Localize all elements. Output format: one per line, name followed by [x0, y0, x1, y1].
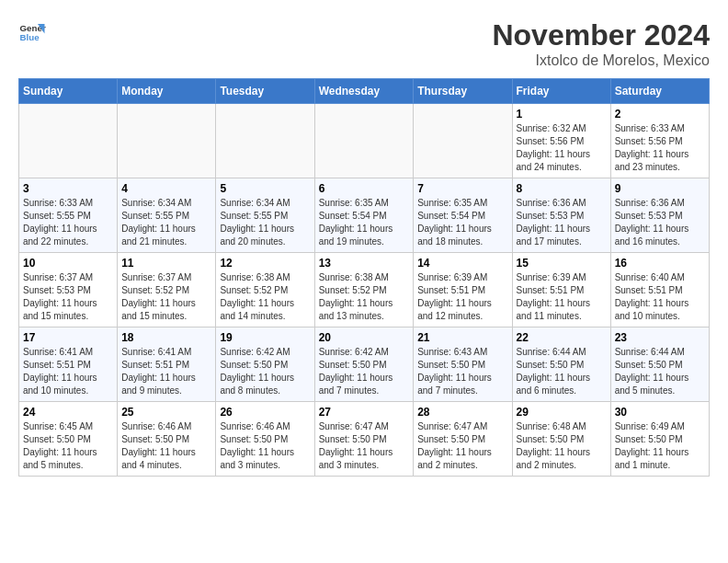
calendar-cell: 8Sunrise: 6:36 AMSunset: 5:53 PMDaylight…: [512, 178, 610, 253]
day-info: Sunrise: 6:39 AMSunset: 5:51 PMDaylight:…: [517, 271, 607, 323]
day-info: Sunrise: 6:33 AMSunset: 5:56 PMDaylight:…: [615, 122, 705, 174]
day-number: 4: [121, 182, 211, 195]
day-number: 23: [615, 331, 705, 344]
day-info: Sunrise: 6:49 AMSunset: 5:50 PMDaylight:…: [615, 420, 705, 472]
day-number: 16: [615, 257, 705, 270]
calendar-cell: 23Sunrise: 6:44 AMSunset: 5:50 PMDayligh…: [610, 327, 709, 402]
calendar-cell: 10Sunrise: 6:37 AMSunset: 5:53 PMDayligh…: [19, 253, 118, 327]
day-info: Sunrise: 6:48 AMSunset: 5:50 PMDaylight:…: [517, 420, 607, 472]
calendar-cell: 22Sunrise: 6:44 AMSunset: 5:50 PMDayligh…: [512, 327, 610, 402]
day-info: Sunrise: 6:37 AMSunset: 5:52 PMDaylight:…: [121, 271, 211, 323]
location-title: Ixtolco de Morelos, Mexico: [492, 52, 710, 69]
calendar-week-row: 10Sunrise: 6:37 AMSunset: 5:53 PMDayligh…: [19, 253, 710, 327]
day-info: Sunrise: 6:43 AMSunset: 5:50 PMDaylight:…: [417, 346, 507, 397]
day-number: 22: [517, 331, 607, 344]
calendar-week-row: 17Sunrise: 6:41 AMSunset: 5:51 PMDayligh…: [19, 327, 710, 402]
day-number: 14: [417, 257, 507, 270]
calendar-cell: 12Sunrise: 6:38 AMSunset: 5:52 PMDayligh…: [216, 253, 314, 327]
calendar-cell: 17Sunrise: 6:41 AMSunset: 5:51 PMDayligh…: [19, 327, 118, 402]
calendar-cell: 11Sunrise: 6:37 AMSunset: 5:52 PMDayligh…: [118, 253, 216, 327]
day-number: 2: [615, 108, 705, 121]
calendar-cell: 2Sunrise: 6:33 AMSunset: 5:56 PMDaylight…: [610, 104, 709, 178]
calendar-cell: [414, 104, 512, 178]
calendar-cell: 4Sunrise: 6:34 AMSunset: 5:55 PMDaylight…: [118, 178, 216, 253]
weekday-header: Sunday: [19, 79, 118, 104]
day-number: 5: [220, 182, 310, 195]
calendar-cell: [216, 104, 314, 178]
day-number: 6: [319, 182, 410, 195]
calendar-cell: 30Sunrise: 6:49 AMSunset: 5:50 PMDayligh…: [610, 402, 709, 477]
day-info: Sunrise: 6:46 AMSunset: 5:50 PMDaylight:…: [220, 420, 310, 472]
day-number: 9: [615, 182, 705, 195]
day-info: Sunrise: 6:34 AMSunset: 5:55 PMDaylight:…: [220, 197, 310, 248]
day-number: 19: [220, 331, 310, 344]
month-title: November 2024: [492, 18, 710, 52]
day-number: 7: [417, 182, 507, 195]
day-number: 30: [615, 406, 705, 419]
weekday-header: Friday: [512, 79, 610, 104]
day-number: 13: [319, 257, 410, 270]
day-info: Sunrise: 6:40 AMSunset: 5:51 PMDaylight:…: [615, 271, 705, 323]
calendar-cell: 24Sunrise: 6:45 AMSunset: 5:50 PMDayligh…: [19, 402, 118, 477]
day-number: 3: [23, 182, 113, 195]
calendar-cell: 18Sunrise: 6:41 AMSunset: 5:51 PMDayligh…: [118, 327, 216, 402]
day-number: 21: [417, 331, 507, 344]
day-number: 24: [23, 406, 113, 419]
logo-icon: General Blue: [18, 18, 46, 46]
day-info: Sunrise: 6:37 AMSunset: 5:53 PMDaylight:…: [23, 271, 113, 323]
weekday-header: Saturday: [610, 79, 709, 104]
calendar-cell: [314, 104, 414, 178]
weekday-header: Tuesday: [216, 79, 314, 104]
calendar-cell: [118, 104, 216, 178]
calendar-cell: [19, 104, 118, 178]
title-area: November 2024 Ixtolco de Morelos, Mexico: [492, 18, 710, 69]
calendar-week-row: 24Sunrise: 6:45 AMSunset: 5:50 PMDayligh…: [19, 402, 710, 477]
day-info: Sunrise: 6:42 AMSunset: 5:50 PMDaylight:…: [319, 346, 410, 397]
calendar-week-row: 1Sunrise: 6:32 AMSunset: 5:56 PMDaylight…: [19, 104, 710, 178]
day-info: Sunrise: 6:41 AMSunset: 5:51 PMDaylight:…: [23, 346, 113, 397]
calendar-cell: 15Sunrise: 6:39 AMSunset: 5:51 PMDayligh…: [512, 253, 610, 327]
day-info: Sunrise: 6:45 AMSunset: 5:50 PMDaylight:…: [23, 420, 113, 472]
header: General Blue November 2024 Ixtolco de Mo…: [18, 18, 710, 69]
day-info: Sunrise: 6:38 AMSunset: 5:52 PMDaylight:…: [220, 271, 310, 323]
day-info: Sunrise: 6:36 AMSunset: 5:53 PMDaylight:…: [517, 197, 607, 248]
day-info: Sunrise: 6:38 AMSunset: 5:52 PMDaylight:…: [319, 271, 410, 323]
weekday-header: Monday: [118, 79, 216, 104]
day-number: 25: [121, 406, 211, 419]
day-info: Sunrise: 6:39 AMSunset: 5:51 PMDaylight:…: [417, 271, 507, 323]
calendar-header: SundayMondayTuesdayWednesdayThursdayFrid…: [19, 79, 710, 104]
day-info: Sunrise: 6:36 AMSunset: 5:53 PMDaylight:…: [615, 197, 705, 248]
calendar-cell: 29Sunrise: 6:48 AMSunset: 5:50 PMDayligh…: [512, 402, 610, 477]
day-number: 11: [121, 257, 211, 270]
calendar-cell: 7Sunrise: 6:35 AMSunset: 5:54 PMDaylight…: [414, 178, 512, 253]
day-info: Sunrise: 6:46 AMSunset: 5:50 PMDaylight:…: [121, 420, 211, 472]
calendar-cell: 9Sunrise: 6:36 AMSunset: 5:53 PMDaylight…: [610, 178, 709, 253]
calendar-cell: 27Sunrise: 6:47 AMSunset: 5:50 PMDayligh…: [314, 402, 414, 477]
calendar-cell: 26Sunrise: 6:46 AMSunset: 5:50 PMDayligh…: [216, 402, 314, 477]
calendar-cell: 13Sunrise: 6:38 AMSunset: 5:52 PMDayligh…: [314, 253, 414, 327]
day-number: 20: [319, 331, 410, 344]
day-number: 8: [517, 182, 607, 195]
day-number: 17: [23, 331, 113, 344]
calendar-cell: 19Sunrise: 6:42 AMSunset: 5:50 PMDayligh…: [216, 327, 314, 402]
day-info: Sunrise: 6:47 AMSunset: 5:50 PMDaylight:…: [417, 420, 507, 472]
day-info: Sunrise: 6:33 AMSunset: 5:55 PMDaylight:…: [23, 197, 113, 248]
calendar-cell: 1Sunrise: 6:32 AMSunset: 5:56 PMDaylight…: [512, 104, 610, 178]
day-number: 15: [517, 257, 607, 270]
day-info: Sunrise: 6:47 AMSunset: 5:50 PMDaylight:…: [319, 420, 410, 472]
calendar-cell: 25Sunrise: 6:46 AMSunset: 5:50 PMDayligh…: [118, 402, 216, 477]
day-number: 28: [417, 406, 507, 419]
calendar-cell: 28Sunrise: 6:47 AMSunset: 5:50 PMDayligh…: [414, 402, 512, 477]
day-number: 26: [220, 406, 310, 419]
calendar-cell: 14Sunrise: 6:39 AMSunset: 5:51 PMDayligh…: [414, 253, 512, 327]
day-number: 10: [23, 257, 113, 270]
weekday-header: Thursday: [414, 79, 512, 104]
calendar-body: 1Sunrise: 6:32 AMSunset: 5:56 PMDaylight…: [19, 104, 710, 477]
calendar-week-row: 3Sunrise: 6:33 AMSunset: 5:55 PMDaylight…: [19, 178, 710, 253]
day-info: Sunrise: 6:32 AMSunset: 5:56 PMDaylight:…: [517, 122, 607, 174]
weekday-header-row: SundayMondayTuesdayWednesdayThursdayFrid…: [19, 79, 710, 104]
day-info: Sunrise: 6:44 AMSunset: 5:50 PMDaylight:…: [615, 346, 705, 397]
day-number: 29: [517, 406, 607, 419]
day-info: Sunrise: 6:35 AMSunset: 5:54 PMDaylight:…: [417, 197, 507, 248]
day-number: 1: [517, 108, 607, 121]
